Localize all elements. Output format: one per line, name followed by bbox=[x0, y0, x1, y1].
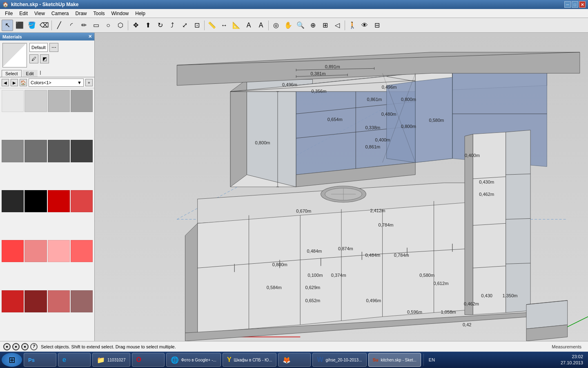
svg-text:0,338m: 0,338m bbox=[365, 125, 380, 130]
followme-tool-button[interactable]: ⤴ bbox=[167, 20, 178, 31]
material-preview-swatch bbox=[2, 43, 27, 67]
menu-view[interactable]: View bbox=[31, 10, 48, 17]
svg-text:0,629m: 0,629m bbox=[305, 285, 320, 290]
materials-forward-button[interactable]: ▶ bbox=[11, 79, 18, 86]
color-swatch-12[interactable] bbox=[2, 240, 24, 262]
eraser-tool-button[interactable]: ⌫ bbox=[38, 20, 50, 31]
svg-text:0,496m: 0,496m bbox=[382, 85, 397, 90]
svg-marker-51 bbox=[465, 134, 473, 314]
close-button[interactable]: ✕ bbox=[579, 1, 586, 8]
color-swatch-15[interactable] bbox=[71, 240, 93, 262]
menu-camera[interactable]: Camera bbox=[48, 10, 72, 17]
menu-tools[interactable]: Tools bbox=[90, 10, 108, 17]
offset-tool-button[interactable]: ⊡ bbox=[191, 20, 203, 31]
menu-edit[interactable]: Edit bbox=[16, 10, 31, 17]
materials-select-tab[interactable]: Select bbox=[2, 70, 22, 77]
color-swatch-13[interactable] bbox=[24, 240, 47, 262]
text-tool-button[interactable]: A bbox=[243, 20, 254, 31]
materials-edit-tab[interactable]: Edit bbox=[22, 70, 38, 77]
color-swatch-9[interactable] bbox=[24, 190, 47, 212]
material-name-text: Default bbox=[31, 45, 46, 50]
color-swatch-16[interactable] bbox=[2, 290, 24, 312]
status-icon-1[interactable]: ● bbox=[3, 343, 11, 350]
freehand-tool-button[interactable]: ✏ bbox=[78, 20, 89, 31]
menu-help[interactable]: Help bbox=[132, 10, 149, 17]
menu-window[interactable]: Window bbox=[108, 10, 132, 17]
color-swatch-17[interactable] bbox=[24, 290, 47, 312]
taskbar-firefox[interactable]: 🦊 bbox=[278, 353, 311, 367]
materials-back-button[interactable]: ◀ bbox=[2, 79, 9, 86]
color-swatch-6[interactable] bbox=[48, 140, 70, 162]
color-swatch-0[interactable] bbox=[2, 90, 24, 112]
taskbar-opera[interactable]: O bbox=[132, 353, 165, 367]
color-swatch-11[interactable] bbox=[71, 190, 93, 212]
material-sample-button[interactable]: 🖊 bbox=[29, 54, 38, 63]
minimize-button[interactable]: ─ bbox=[564, 1, 571, 8]
pan-tool-button[interactable]: ✋ bbox=[283, 20, 294, 31]
walktool-button[interactable]: 🚶 bbox=[347, 20, 358, 31]
paint-tool-button[interactable]: 🪣 bbox=[26, 20, 38, 31]
svg-text:0,381m: 0,381m bbox=[310, 71, 325, 76]
menu-file[interactable]: File bbox=[2, 10, 16, 17]
section-tool-button[interactable]: ⊟ bbox=[371, 20, 383, 31]
pushpull-tool-button[interactable]: ⬆ bbox=[142, 20, 154, 31]
toolbar: ↖ ⬛ 🪣 ⌫ ╱ ◜ ✏ ▭ ○ ⬡ ✥ ⬆ ↻ ⤴ ⤢ ⊡ 📏 ↔ 📐 A … bbox=[0, 18, 588, 33]
viewport[interactable]: .model-line { stroke: #333; stroke-width… bbox=[95, 33, 588, 341]
material-browse-button[interactable]: ⋯ bbox=[49, 43, 58, 52]
orbit-tool-button[interactable]: ◎ bbox=[270, 20, 282, 31]
taskbar-yandex[interactable]: Y Шкафы в СПБ - Ю... bbox=[223, 353, 277, 367]
taskbar-word-label: gihse_20-10-2013... bbox=[326, 358, 362, 362]
yandex-icon: Y bbox=[227, 356, 232, 364]
color-swatch-4[interactable] bbox=[2, 140, 24, 162]
status-icon-3[interactable]: ● bbox=[21, 343, 29, 350]
materials-add-button[interactable]: + bbox=[85, 79, 93, 86]
scale-tool-button[interactable]: ⤢ bbox=[179, 20, 190, 31]
color-swatch-3[interactable] bbox=[71, 90, 93, 112]
toolbar-separator-3 bbox=[204, 20, 205, 30]
color-swatch-7[interactable] bbox=[71, 140, 93, 162]
taskbar-chrome[interactable]: 🌐 Фото в Google+ -... bbox=[166, 353, 221, 367]
help-icon[interactable]: ? bbox=[30, 343, 38, 350]
protractor-tool-button[interactable]: 📐 bbox=[231, 20, 242, 31]
material-reset-button[interactable]: ◩ bbox=[40, 54, 49, 63]
3dtext-tool-button[interactable]: A bbox=[255, 20, 267, 31]
start-button[interactable]: ⊞ bbox=[2, 353, 22, 367]
polygon-tool-button[interactable]: ⬡ bbox=[115, 20, 126, 31]
svg-text:0,612m: 0,612m bbox=[433, 281, 448, 286]
taskbar-word[interactable]: W gihse_20-10-2013... bbox=[312, 353, 366, 367]
materials-close-button[interactable]: ✕ bbox=[88, 34, 92, 39]
rectangle-tool-button[interactable]: ▭ bbox=[90, 20, 102, 31]
color-swatch-18[interactable] bbox=[48, 290, 70, 312]
taskbar-ie[interactable]: e bbox=[58, 353, 91, 367]
color-swatch-8[interactable] bbox=[2, 190, 24, 212]
taskbar-explorer[interactable]: 📁 11031027 bbox=[92, 353, 130, 367]
color-swatch-10[interactable] bbox=[48, 190, 70, 212]
materials-tab-separator: | bbox=[40, 70, 41, 77]
color-swatch-2[interactable] bbox=[48, 90, 70, 112]
color-swatch-5[interactable] bbox=[24, 140, 47, 162]
rotate-tool-button[interactable]: ↻ bbox=[154, 20, 166, 31]
materials-category-dropdown[interactable]: Colors<1> ▼ bbox=[29, 79, 84, 87]
arc-tool-button[interactable]: ◜ bbox=[66, 20, 77, 31]
move-tool-button[interactable]: ✥ bbox=[130, 20, 141, 31]
line-tool-button[interactable]: ╱ bbox=[53, 20, 65, 31]
zoomwindow-tool-button[interactable]: ⊕ bbox=[307, 20, 318, 31]
select-tool-button[interactable]: ↖ bbox=[2, 20, 13, 31]
lookaround-tool-button[interactable]: 👁 bbox=[359, 20, 370, 31]
color-swatch-19[interactable] bbox=[71, 290, 93, 312]
color-swatch-14[interactable] bbox=[48, 240, 70, 262]
zoom-tool-button[interactable]: 🔍 bbox=[295, 20, 306, 31]
component-tool-button[interactable]: ⬛ bbox=[14, 20, 25, 31]
taskbar-sketchup[interactable]: Su kitchen.skp - Sket... bbox=[368, 353, 421, 367]
color-swatch-1[interactable] bbox=[24, 90, 47, 112]
taskbar-photoshop[interactable]: Ps bbox=[24, 353, 56, 367]
status-icon-2[interactable]: ● bbox=[12, 343, 20, 350]
tape-tool-button[interactable]: 📏 bbox=[206, 20, 218, 31]
circle-tool-button[interactable]: ○ bbox=[102, 20, 114, 31]
zoomextents-tool-button[interactable]: ⊞ bbox=[319, 20, 331, 31]
materials-home-button[interactable]: 🏠 bbox=[20, 79, 27, 86]
dimension-tool-button[interactable]: ↔ bbox=[218, 20, 230, 31]
maximize-button[interactable]: □ bbox=[572, 1, 578, 8]
prevview-tool-button[interactable]: ◁ bbox=[332, 20, 343, 31]
menu-draw[interactable]: Draw bbox=[72, 10, 90, 17]
